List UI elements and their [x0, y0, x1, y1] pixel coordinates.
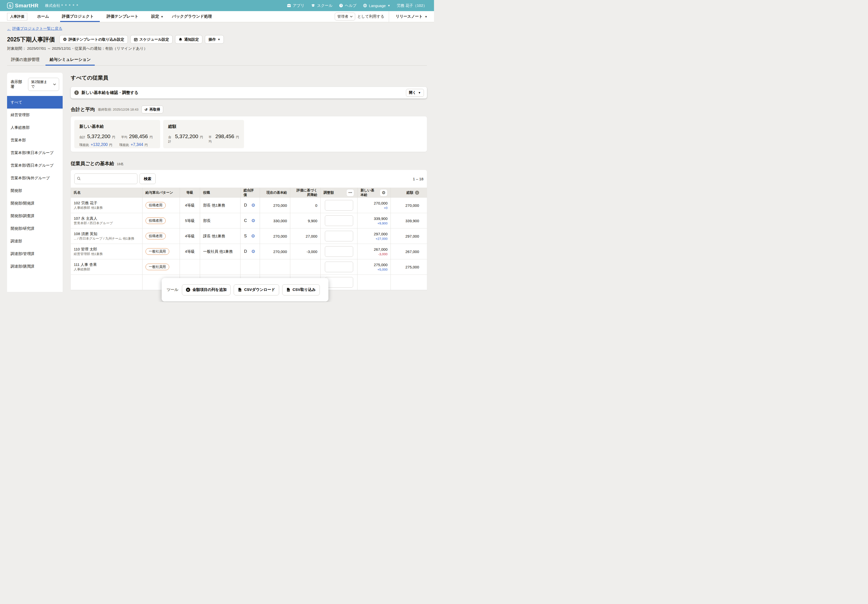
department-list-item[interactable]: 開発部/開発課 [7, 197, 63, 209]
help-menu-item[interactable]: ? ヘルプ [339, 3, 356, 8]
current-base-value: 270,000 [273, 203, 287, 208]
nav-item[interactable]: 評価テンプレート▼ [102, 11, 147, 22]
template-import-settings-button[interactable]: ⚙ 評価テンプレートの取り込み設定 [59, 35, 127, 44]
search-input[interactable] [74, 173, 138, 184]
department-list-item[interactable]: 経営管理部 [7, 108, 63, 121]
school-menu-item[interactable]: スクール [311, 3, 332, 8]
total-cell: 270,000 [391, 198, 422, 213]
department-list-item[interactable]: 営業本部/海外グループ [7, 172, 63, 184]
help-icon: ? [339, 3, 343, 8]
employee-name: 110 管理 太郎 [74, 247, 97, 251]
schedule-settings-button[interactable]: スケジュール設定 [130, 35, 173, 44]
employee-name: 108 須磨 英知 [74, 232, 97, 236]
tab[interactable]: 給与シミュレーション [45, 57, 95, 65]
banner-open-button[interactable]: 開く ▼ [406, 89, 424, 97]
svg-text:CSV: CSV [287, 290, 290, 291]
role-suffix-label: として利用する [358, 14, 384, 19]
backlink-row: ← 評価プロジェクト一覧に戻る [0, 22, 434, 31]
department-list-item[interactable]: 営業本部 [7, 134, 63, 146]
rating-settings-gear-icon[interactable]: ⚙ [251, 249, 256, 254]
csv-import-button[interactable]: CSV CSV取り込み [282, 284, 320, 296]
department-name: 調達部/購買課 [11, 264, 34, 269]
department-list-item[interactable]: 調達部 [7, 235, 63, 248]
department-list-item[interactable]: すべて [7, 96, 63, 108]
pattern-badge: 一般社員用 [146, 248, 169, 255]
adjustment-more-button[interactable]: ⋯ [346, 189, 354, 197]
actions-button[interactable]: 操作 ▼ [205, 35, 224, 44]
department-list-item[interactable]: 営業本部/東日本グループ [7, 146, 63, 159]
total-cell: 267,000 [391, 244, 422, 259]
unit-label: 円 [145, 143, 148, 147]
csv-download-button[interactable]: CSV CSVダウンロード [234, 284, 279, 296]
new-base-diff: +0 [384, 206, 388, 210]
employee-department: 人事総務部 他1兼務 [74, 206, 103, 209]
department-list-item[interactable]: 開発部 [7, 184, 63, 197]
page-title: 2025下期人事評価 [7, 36, 55, 43]
nav-item[interactable]: 評価プロジェクト▼ [57, 11, 102, 22]
grade-value: 5等級 [185, 218, 195, 223]
employee-name-cell: 110 管理 太郎 経営管理部 他1兼務 [71, 244, 142, 259]
smarthr-logo[interactable]: S SmartHR [7, 3, 39, 9]
total-cell: 275,000 [391, 259, 422, 274]
rating-settings-gear-icon[interactable]: ⚙ [251, 234, 255, 239]
nav-item[interactable]: バックグラウンド処理▼ [168, 11, 220, 22]
user-menu-item[interactable]: 労務 花子（102） [397, 3, 427, 8]
eval-change-value: -3,000 [307, 249, 317, 254]
employee-name: 111 人事 杏果 [74, 263, 97, 267]
employee-table-header: 従業員ごとの基本給 18名 [71, 160, 427, 167]
new-base-cell [357, 275, 391, 290]
rating-settings-gear-icon[interactable]: ⚙ [251, 218, 256, 223]
rating-value: S [244, 234, 247, 239]
col-header-pattern: 給与算出パターン [142, 187, 180, 198]
search-button[interactable]: 検索 [140, 173, 156, 184]
depth-select[interactable]: 第2階層まで [28, 78, 59, 91]
language-menu-item[interactable]: Language ▼ [363, 3, 390, 8]
employee-department: 人事総務部 [74, 268, 90, 271]
adjustment-input[interactable] [325, 277, 353, 288]
grade-cell: 4等級 [180, 244, 200, 259]
refetch-button[interactable]: ↺ 再取得 [141, 105, 163, 113]
department-list-item[interactable]: 営業本部/西日本グループ [7, 159, 63, 172]
avg-diff-value: +7,344 [130, 142, 143, 147]
adjustment-input[interactable] [325, 246, 353, 257]
department-list-item[interactable]: 人事総務部 [7, 121, 63, 134]
new-base-settings-button[interactable]: ⚙ [380, 189, 388, 197]
pattern-cell: 役職者用 [142, 198, 180, 213]
add-amount-column-button[interactable]: + 金額項目の列を追加 [182, 284, 231, 296]
department-name: 営業本部/西日本グループ [11, 163, 54, 168]
rating-cell: S ⚙ [240, 229, 260, 244]
department-name: 開発部/開発課 [11, 201, 34, 206]
search-icon [77, 177, 81, 181]
adjustment-cell [320, 198, 357, 213]
adjustment-cell [320, 259, 357, 274]
department-list-item[interactable]: 調達部/管理課 [7, 248, 63, 260]
rating-settings-gear-icon[interactable]: ⚙ [251, 203, 256, 208]
rating-value: D [244, 203, 247, 208]
role-select[interactable]: 管理者 [335, 12, 355, 20]
apps-menu-item[interactable]: アプリ [287, 3, 304, 8]
back-to-projects-link[interactable]: ← 評価プロジェクト一覧に戻る [7, 26, 62, 31]
depth-select-value: 第2階層まで [31, 80, 51, 89]
schedule-settings-label: スケジュール設定 [140, 37, 169, 42]
position-value: 部長 他1兼務 [203, 203, 225, 208]
department-list-item[interactable]: 開発部/調査課 [7, 209, 63, 222]
nav-item[interactable]: 設定▼ [147, 11, 168, 22]
nav-item[interactable]: ホーム▼ [33, 11, 57, 22]
card-title: 総額 [168, 124, 239, 129]
adjustment-input[interactable] [325, 262, 353, 272]
release-notes-menu[interactable]: リリースノート ▼ [389, 14, 434, 19]
adjustment-input[interactable] [325, 200, 353, 211]
tab[interactable]: 評価の進捗管理 [7, 57, 43, 65]
info-icon[interactable]: i [415, 190, 419, 195]
position-cell: 一般社員 他1兼務 [200, 244, 240, 259]
new-base-value: 339,900 [374, 217, 388, 221]
adjustment-input[interactable] [325, 215, 353, 226]
notification-settings-button[interactable]: 通知設定 [175, 35, 202, 44]
employee-name-cell: 107 永 主真人 営業本部 / 西日本グループ [71, 213, 142, 228]
adjustment-input[interactable] [325, 231, 353, 242]
csv-file-icon: CSV [286, 288, 290, 292]
total-value: 5,372,200 [87, 133, 110, 139]
department-list-item[interactable]: 調達部/購買課 [7, 260, 63, 273]
section-heading: すべての従業員 [71, 73, 427, 81]
department-list-item[interactable]: 開発部/研究課 [7, 222, 63, 235]
